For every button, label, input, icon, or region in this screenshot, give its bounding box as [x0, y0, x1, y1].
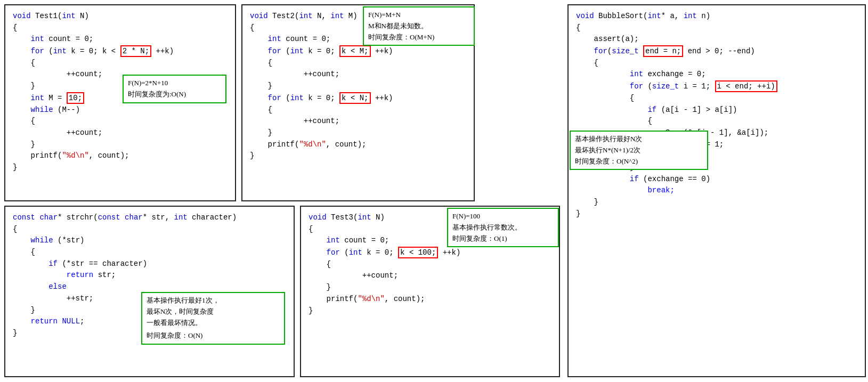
- redbox-kn: k < N;: [339, 92, 370, 104]
- code-line: }: [576, 208, 857, 220]
- code-line: }: [13, 162, 228, 174]
- code-line: {: [13, 22, 228, 34]
- redbox-iend: i < end; ++i): [715, 80, 777, 92]
- annotation-line: 基本操作执行常数次。: [452, 222, 554, 233]
- code-line: }: [250, 127, 466, 139]
- code-line: else: [13, 281, 286, 293]
- code-line: printf("%d\n", count);: [250, 139, 466, 151]
- code-line: assert(a);: [576, 34, 857, 45]
- annotation-line: 时间复杂度：O(1): [452, 233, 554, 245]
- annotation-line: F(N)=M+N: [368, 10, 469, 21]
- code-line: {: [576, 116, 857, 127]
- code-line: {: [309, 259, 551, 271]
- annotation-line: F(N)=100: [452, 211, 554, 222]
- annotation-test3: F(N)=100 基本操作执行常数次。 时间复杂度：O(1): [447, 208, 559, 247]
- redbox-k100: k < 100;: [398, 247, 438, 258]
- annotation-line: 基本操作执行最好1次，: [147, 295, 280, 306]
- code-line: }: [309, 282, 551, 294]
- code-line: for (int k = 0; k < M; ++k): [250, 45, 466, 58]
- panel-bubblesort: void BubbleSort(int* a, int n) { assert(…: [567, 4, 866, 377]
- code-line: }: [250, 80, 466, 92]
- code-line: const char* strchr(const char* str, int …: [13, 212, 286, 224]
- annotation-test1: F(N)=2*N+10 时间复杂度为:O(N): [123, 75, 226, 103]
- code-line: printf("%d\n", count);: [13, 150, 228, 162]
- annotation-test2: F(N)=M+N M和N都是未知数。 时间复杂度：O(M+N): [363, 6, 475, 46]
- redbox-km: k < M;: [339, 45, 370, 57]
- panel-test3: void Test3(int N) { int count = 0; for (…: [300, 206, 560, 377]
- code-line: {: [13, 58, 228, 69]
- panel-test1: void Test1(int N) { int count = 0; for (…: [4, 4, 236, 201]
- redbox-2n: 2 * N;: [120, 45, 151, 57]
- code-line: {: [13, 116, 228, 127]
- code-line: int count = 0;: [13, 34, 228, 45]
- code-line: for (int k = 0; k < N; ++k): [250, 92, 466, 104]
- code-line: }: [250, 150, 466, 162]
- annotation-line: F(N)=2*N+10: [128, 78, 221, 89]
- code-line: for (int k = 0; k < 2 * N; ++k): [13, 45, 228, 58]
- code-line: }: [576, 197, 857, 208]
- code-line: {: [576, 22, 857, 34]
- annotation-line: 基本操作执行最好N次: [575, 134, 703, 145]
- annotation-line: 一般看最坏情况。: [147, 318, 280, 329]
- code-line: break;: [576, 185, 857, 197]
- code-line: int exchange = 0;: [576, 69, 857, 80]
- code-line: for (int k = 0; k < 100; ++k): [309, 247, 551, 259]
- code-line: ++count;: [250, 116, 466, 127]
- redbox-end: end = n;: [643, 45, 683, 57]
- code-line: }: [13, 139, 228, 151]
- panel-strchr: const char* strchr(const char* str, int …: [4, 206, 295, 377]
- annotation-line: 时间复杂度：O(N^2): [575, 156, 703, 167]
- code-line: ++count;: [309, 270, 551, 282]
- code-line: ++count;: [13, 127, 228, 139]
- annotation-bubblesort: 基本操作执行最好N次 最坏执行N*(N+1)/2次 时间复杂度：O(N^2): [570, 131, 708, 170]
- code-line: {: [250, 58, 466, 69]
- code-line: {: [576, 58, 857, 69]
- annotation-line: 最坏N次，时间复杂度: [147, 306, 280, 318]
- annotation-line: 时间复杂度：O(M+N): [368, 32, 469, 43]
- code-line: if (exchange == 0): [576, 174, 857, 185]
- code-line: }: [309, 305, 551, 317]
- code-line: for (size_t i = 1; i < end; ++i): [576, 80, 857, 93]
- panel-test2: void Test2(int N, int M) { int count = 0…: [241, 4, 475, 201]
- code-line: return str;: [13, 270, 286, 281]
- code-line: if (a[i - 1] > a[i]): [576, 104, 857, 116]
- code-line: printf("%d\n", count);: [309, 294, 551, 305]
- code-line: void BubbleSort(int* a, int n): [576, 11, 857, 22]
- annotation-line: 时间复杂度：O(N): [147, 330, 280, 342]
- code-line: if (*str == character): [13, 258, 286, 270]
- code-line: while (M--): [13, 104, 228, 116]
- code-line: for(size_t end = n; end > 0; --end): [576, 45, 857, 58]
- annotation-strchr: 基本操作执行最好1次， 最坏N次，时间复杂度 一般看最坏情况。 时间复杂度：O(…: [141, 292, 285, 345]
- code-line: void Test1(int N): [13, 11, 228, 22]
- annotation-line: 最坏执行N*(N+1)/2次: [575, 145, 703, 156]
- code-line: {: [13, 247, 286, 258]
- code-line: {: [250, 104, 466, 116]
- redbox-10: 10;: [67, 92, 84, 104]
- annotation-line: M和N都是未知数。: [368, 21, 469, 32]
- code-line: while (*str): [13, 235, 286, 247]
- code-line: {: [576, 93, 857, 104]
- code-line: {: [13, 224, 286, 235]
- annotation-line: 时间复杂度为:O(N): [128, 89, 221, 100]
- code-line: ++count;: [250, 69, 466, 80]
